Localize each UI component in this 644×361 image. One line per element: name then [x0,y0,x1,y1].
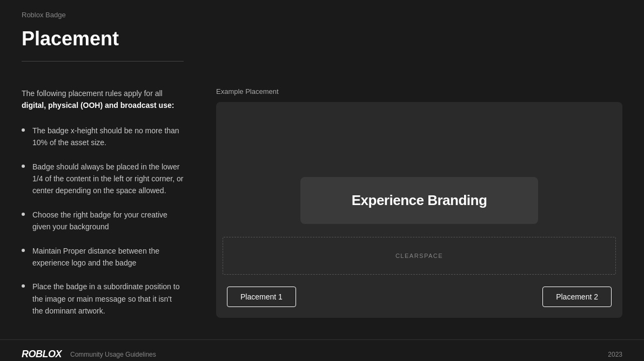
experience-branding-box: Experience Branding [300,177,538,224]
bullet-list: The badge x-height should be no more tha… [22,125,184,317]
breadcrumb: Roblox Badge [22,11,622,19]
footer-left: ROBLOX Community Usage Guidelines [22,349,156,360]
placement-1-button[interactable]: Placement 1 [227,287,296,307]
footer-tagline: Community Usage Guidelines [70,351,156,358]
bullet-dot [22,128,25,132]
footer: ROBLOX Community Usage Guidelines 2023 [0,339,644,361]
page-title: Placement [22,28,622,50]
header-area: Roblox Badge Placement [0,0,644,77]
clearspace-area: CLEARSPACE [223,237,616,275]
intro-text: The following placement rules apply for … [22,87,184,112]
bullet-dot [22,249,25,252]
roblox-logo: ROBLOX [22,349,62,360]
bullet-dot [22,165,25,168]
placement-2-button[interactable]: Placement 2 [542,287,612,307]
list-item: The badge x-height should be no more tha… [22,125,184,149]
bullet-dot [22,213,25,216]
example-label: Example Placement [216,87,622,96]
list-item: Badge should always be placed in the low… [22,161,184,197]
right-panel: Example Placement Experience Branding CL… [205,87,622,329]
experience-branding-title: Experience Branding [322,192,516,209]
placement-buttons: Placement 1 Placement 2 [227,287,612,307]
main-content: The following placement rules apply for … [0,77,644,329]
example-frame: Experience Branding CLEARSPACE Placement… [216,102,622,318]
list-item: Choose the right badge for your creative… [22,209,184,233]
page-container: Roblox Badge Placement The following pla… [0,0,644,361]
list-item: Maintain Proper distance between the exp… [22,245,184,269]
bullet-dot [22,284,25,288]
list-item: Place the badge in a subordinate positio… [22,281,184,317]
left-panel: The following placement rules apply for … [22,87,205,329]
clearspace-label: CLEARSPACE [395,253,443,259]
footer-year: 2023 [608,351,622,358]
header-divider [22,61,184,62]
